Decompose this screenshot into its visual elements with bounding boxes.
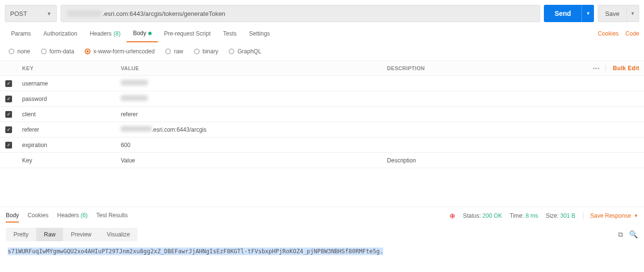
url-visible-text: .esri.com:6443/arcgis/tokens/generateTok… xyxy=(103,10,225,17)
tab-body[interactable]: Body xyxy=(127,25,157,42)
table-row: ✓referer.esri.com:6443/arcgis xyxy=(0,122,644,137)
chevron-down-icon: ▼ xyxy=(47,11,52,16)
row-checkbox[interactable]: ✓ xyxy=(5,126,12,133)
tab-prerequest[interactable]: Pre-request Script xyxy=(158,25,217,42)
response-body-text: s71WURFuqIwMYgmwGQU2xo4AHIuPT29TJnm2xu8g… xyxy=(8,247,383,255)
cell-description[interactable] xyxy=(382,107,644,122)
body-params-table: KEY VALUE DESCRIPTION ••• Bulk Edit ✓use… xyxy=(0,61,644,168)
cell-description[interactable] xyxy=(382,91,644,107)
new-description-input[interactable]: Description xyxy=(382,153,644,168)
cell-key[interactable]: username xyxy=(17,76,116,91)
cell-value[interactable]: referer xyxy=(116,107,382,122)
cell-value[interactable]: 600 xyxy=(116,137,382,153)
col-header-key: KEY xyxy=(17,61,116,76)
table-row: ✓password xyxy=(0,91,644,107)
tab-headers-label: Headers xyxy=(90,30,111,37)
resp-tab-body[interactable]: Body xyxy=(6,209,19,223)
row-checkbox[interactable]: ✓ xyxy=(5,96,12,102)
new-value-input[interactable]: Value xyxy=(116,153,382,168)
tab-headers[interactable]: Headers (8) xyxy=(83,25,127,42)
url-redacted-prefix xyxy=(67,10,102,17)
code-link[interactable]: Code xyxy=(625,30,639,37)
table-row: ✓clientreferer xyxy=(0,107,644,122)
cell-value[interactable] xyxy=(116,76,382,91)
resp-tab-test-results[interactable]: Test Results xyxy=(96,209,128,223)
save-button[interactable]: Save xyxy=(598,5,627,22)
resp-headers-count: (6) xyxy=(80,212,88,219)
cell-description[interactable] xyxy=(382,76,644,91)
radio-icon xyxy=(194,49,200,54)
redacted-value xyxy=(121,80,148,86)
table-more-icon[interactable]: ••• xyxy=(593,65,606,71)
tab-authorization[interactable]: Authorization xyxy=(37,25,83,42)
col-header-value: VALUE xyxy=(116,61,382,76)
cell-description[interactable] xyxy=(382,137,644,153)
radio-icon xyxy=(41,49,47,54)
cell-value[interactable] xyxy=(116,91,382,107)
send-dropdown-button[interactable]: ▼ xyxy=(581,5,594,22)
copy-icon[interactable]: ⧉ xyxy=(618,230,623,239)
tab-settings[interactable]: Settings xyxy=(243,25,276,42)
save-dropdown-button[interactable]: ▼ xyxy=(627,5,639,22)
size-value: 301 B xyxy=(560,212,575,219)
redacted-prefix xyxy=(121,126,152,132)
body-type-raw[interactable]: raw xyxy=(165,48,183,55)
radio-icon xyxy=(229,49,234,54)
cell-key[interactable]: referer xyxy=(17,122,116,137)
cell-key[interactable]: password xyxy=(17,91,116,107)
row-checkbox[interactable]: ✓ xyxy=(5,80,12,87)
tab-headers-count: (8) xyxy=(114,30,121,37)
save-response-button[interactable]: Save Response ▼ xyxy=(583,212,638,219)
radio-icon xyxy=(9,49,14,54)
table-row: ✓username xyxy=(0,76,644,91)
body-type-graphql[interactable]: GraphQL xyxy=(229,48,261,55)
body-type-none[interactable]: none xyxy=(9,48,30,55)
body-type-xwww[interactable]: x-www-form-urlencoded xyxy=(85,48,155,55)
table-row-new: KeyValueDescription xyxy=(0,153,644,168)
resp-tab-cookies[interactable]: Cookies xyxy=(27,209,48,223)
view-pretty[interactable]: Pretty xyxy=(6,228,36,241)
response-body[interactable]: s71WURFuqIwMYgmwGQU2xo4AHIuPT29TJnm2xu8g… xyxy=(0,245,644,258)
row-checkbox[interactable]: ✓ xyxy=(5,142,12,148)
network-icon[interactable]: ⊕ xyxy=(450,212,455,220)
new-key-input[interactable]: Key xyxy=(17,153,116,168)
url-input[interactable]: .esri.com:6443/arcgis/tokens/generateTok… xyxy=(61,5,540,22)
radio-icon xyxy=(165,49,171,54)
cell-key[interactable]: expiration xyxy=(17,137,116,153)
tab-body-label: Body xyxy=(133,30,146,37)
body-type-binary[interactable]: binary xyxy=(194,48,219,55)
table-row: ✓expiration600 xyxy=(0,137,644,153)
cell-key[interactable]: client xyxy=(17,107,116,122)
row-checkbox[interactable]: ✓ xyxy=(5,111,12,118)
tab-body-indicator-icon xyxy=(148,32,152,35)
redacted-value xyxy=(121,95,148,101)
view-preview[interactable]: Preview xyxy=(63,228,99,241)
bulk-edit-link[interactable]: Bulk Edit xyxy=(613,65,639,72)
status-value: 200 OK xyxy=(482,212,502,219)
send-button[interactable]: Send xyxy=(544,5,581,22)
search-icon[interactable]: 🔍 xyxy=(629,230,638,239)
http-method-value: POST xyxy=(10,10,27,17)
view-visualize[interactable]: Visualize xyxy=(99,228,138,241)
col-header-description: DESCRIPTION ••• Bulk Edit xyxy=(382,61,644,76)
cell-description[interactable] xyxy=(382,122,644,137)
cell-value[interactable]: .esri.com:6443/arcgis xyxy=(116,122,382,137)
tab-params[interactable]: Params xyxy=(5,25,37,42)
http-method-select[interactable]: POST ▼ xyxy=(5,5,57,22)
chevron-down-icon: ▼ xyxy=(634,213,638,218)
resp-tab-headers[interactable]: Headers (6) xyxy=(57,209,88,223)
time-value: 8 ms xyxy=(526,212,538,219)
body-type-formdata[interactable]: form-data xyxy=(41,48,74,55)
tab-tests[interactable]: Tests xyxy=(217,25,243,42)
cookies-link[interactable]: Cookies xyxy=(598,30,618,37)
radio-icon xyxy=(85,49,90,54)
view-raw[interactable]: Raw xyxy=(36,228,63,241)
